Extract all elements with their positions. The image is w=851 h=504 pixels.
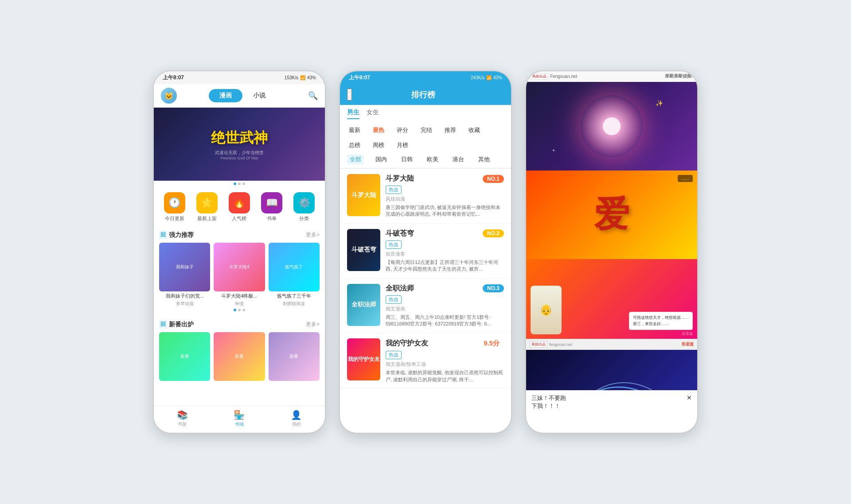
love-kanji: 爱 [594,191,629,239]
section-header-recommend: 强力推荐 更多> [159,231,320,239]
close-button[interactable]: ✕ [687,394,692,401]
signal-1: 153K/s [285,75,298,80]
status-bar-3: 风炫出品 Fengxuan.net 亲斯亲斯侦探! [526,71,697,82]
region-japan[interactable]: 日韩 [398,155,415,164]
manga-card-4[interactable]: 新番 [159,332,210,382]
quick-category[interactable]: ⚙️ 分类 [293,192,315,222]
rank-cover-1: 斗罗大陆 [347,174,380,216]
quick-icons: 🕐 今日更新 ⭐ 最新上架 🔥 人气榜 📖 书单 ⚙️ 分类 [154,187,325,227]
rank-name-2: 斗破苍穹 [386,229,414,238]
rank-name-row-3: 全职法师 NO.3 [386,284,504,293]
region-hk[interactable]: 港台 [450,155,467,164]
filter-row-2: 总榜 周榜 月榜 [340,138,511,153]
rank-info-1: 斗罗大陆 NO.1 热血 风炫动漫 唐三因偷学绝门派武功, 被逼无奈怀揣着一身绝… [386,174,504,218]
banner-content: 绝世武神 武道论无双，少年当绝世 Peerless God Of War [211,128,268,160]
battery-2: 43% [493,75,502,80]
filter-complete[interactable]: 完结 [419,125,434,135]
back-button[interactable]: ‹ [347,89,352,101]
wifi-icon: 📶 [300,75,305,80]
filter-month[interactable]: 月榜 [395,140,410,150]
rank-item-1[interactable]: 斗罗大陆 斗罗大陆 NO.1 热血 风炫动漫 唐三因偷学绝门派武功, 被逼无奈怀… [340,169,511,224]
manga-title-3: 炼气炼了三千年 [269,293,320,299]
nav-shelf[interactable]: 📚 书架 [177,410,188,427]
rank-info-4: 我的守护女友 9.5分 热血 阅文漫画/惊奇工场 末世来临, 凌默的异能觉醒, … [386,338,504,383]
manga-card-5[interactable]: 新番 [214,332,265,382]
region-all[interactable]: 全部 [347,155,364,164]
dialogue-line-2: 下我！！！ [531,402,566,410]
rank-name-row-4: 我的守护女友 9.5分 [386,338,504,349]
filter-hot[interactable]: 最热 [371,125,386,135]
new-more[interactable]: 更多> [306,321,320,328]
tab-manga[interactable]: 漫画 [209,89,242,102]
dot-1 [234,182,236,185]
filter-total[interactable]: 总榜 [347,140,362,150]
watermark-mid-right: 彩蛋篇 [682,341,694,347]
filter-new[interactable]: 最新 [347,125,362,135]
watermark-mid-url: fengxuan.net [549,342,572,347]
nav-store[interactable]: 🏪 书城 [234,410,245,427]
panel-4 [526,350,697,390]
rank-source-3: 阅文漫画 [386,306,504,312]
status-bar-1: 上午8:07 153K/s 📶 43% [154,71,325,84]
rank-badge-3: NO.3 [483,284,504,292]
dialogue-line-1: 三妹！不要跑 [531,394,566,402]
category-label: 分类 [299,215,309,222]
panel-3-credit: 彩蛋篇 [682,331,693,336]
today-icon: 🕐 [164,192,185,213]
tab-female[interactable]: 女生 [367,109,379,119]
manga-card-3[interactable]: 炼气炼了 炼气炼了三千年 刺猬猫阅读 [269,243,320,307]
quick-today[interactable]: 🕐 今日更新 [164,192,185,222]
sparkle-1: ✨ [656,100,663,107]
rank-desc-1: 唐三因偷学绝门派武功, 被逼无奈怀揣着一身绝技和未完成的心愿跳崖明志, 不料却带… [386,204,504,218]
tab-male[interactable]: 男生 [347,109,359,119]
manga-card-1[interactable]: 我和妹子 我和妹子们的荒... 青苹动漫 [159,243,210,307]
manga-title-2: 斗罗大陆4终极... [214,293,265,299]
filter-week[interactable]: 周榜 [371,140,386,150]
new-title: 新番出炉 [159,320,194,329]
rank-item-3[interactable]: 全职法师 全职法师 NO.3 热血 阅文漫画 周三、周五、周六上午10点准时更新… [340,279,511,333]
phone-3: 风炫出品 Fengxuan.net 亲斯亲斯侦探! ✨ ✦ 爱 …… 👴 [525,70,698,434]
dialogue-box-3: 可惜这绝世天才，绝世暗器……唐三，来世走好…… [629,312,693,330]
rank-item-4[interactable]: 我的守护女友 我的守护女友 9.5分 热血 阅文漫画/惊奇工场 末世来临, 凌默… [340,333,511,389]
nav-profile[interactable]: 👤 我的 [291,410,302,427]
banner: 绝世武神 武道论无双，少年当绝世 Peerless God Of War [154,108,325,181]
quick-new[interactable]: ⭐ 最新上架 [196,192,218,222]
rank-name-row-2: 斗破苍穹 NO.2 [386,229,504,238]
avatar[interactable]: 🐱 [161,88,177,104]
comic-panels: ✨ ✦ 爱 …… 👴 可惜这绝世天才，绝世暗器……唐三，来世走好…… 彩蛋篇 风… [526,82,697,390]
region-domestic[interactable]: 国内 [373,155,390,164]
manga-card-2[interactable]: 斗罗大陆4 斗罗大陆4终极... 神漫 [214,243,265,307]
flower-effect [581,95,643,157]
rank-tabs: 男生 女生 最新 最热 评分 完结 推荐 收藏 总榜 周榜 月榜 全部 国内 日… [340,105,511,169]
dot-2 [238,182,241,185]
search-button[interactable]: 🔍 [308,91,318,101]
filter-row-1: 最新 最热 评分 完结 推荐 收藏 [340,123,511,138]
filter-score[interactable]: 评分 [395,125,410,135]
watermark-url: Fengxuan.net [550,74,577,79]
phone-2: 上午8:07 243K/s 📶 43% ‹ 排行榜 男生 女生 最新 最热 评分… [339,70,512,434]
watermark-mid: 风炫出品 fengxuan.net 彩蛋篇 [526,339,697,350]
section-recommend: 强力推荐 更多> 我和妹子 我和妹子们的荒... 青苹动漫 斗罗大陆4 斗罗大陆… [154,227,325,315]
recommend-more[interactable]: 更多> [306,231,320,239]
manga-cover-5: 新番 [214,332,265,381]
region-west[interactable]: 欧美 [424,155,441,164]
rank-item-2[interactable]: 斗破苍穹 斗破苍穹 NO.2 热血 知音漫客 【每周六周日12点更新】正所谓三十… [340,224,511,279]
tab-novel[interactable]: 小说 [242,89,276,102]
manga-title-1: 我和妹子们的荒... [159,293,210,299]
filter-collect[interactable]: 收藏 [467,125,482,135]
popular-label: 人气榜 [232,215,246,222]
banner-title: 绝世武神 [211,128,268,148]
quick-list[interactable]: 📖 书单 [261,192,282,222]
watermark-mid-logo: 风炫出品 [530,341,547,348]
banner-dots [154,181,325,187]
region-other[interactable]: 其他 [476,155,492,164]
rank-tag-2: 热血 [386,240,402,249]
manga-cover-3: 炼气炼了 [269,243,320,291]
quick-popular[interactable]: 🔥 人气榜 [229,192,250,222]
panel-2-speech: …… [678,175,693,182]
manga-card-6[interactable]: 新番 [269,332,320,382]
bottom-dialogue: 三妹！不要跑 下我！！！ ✕ [526,390,697,414]
manga-cover-2: 斗罗大陆4 [214,243,265,291]
filter-recommend[interactable]: 推荐 [443,125,458,135]
rank-tag-1: 热血 [386,186,402,194]
